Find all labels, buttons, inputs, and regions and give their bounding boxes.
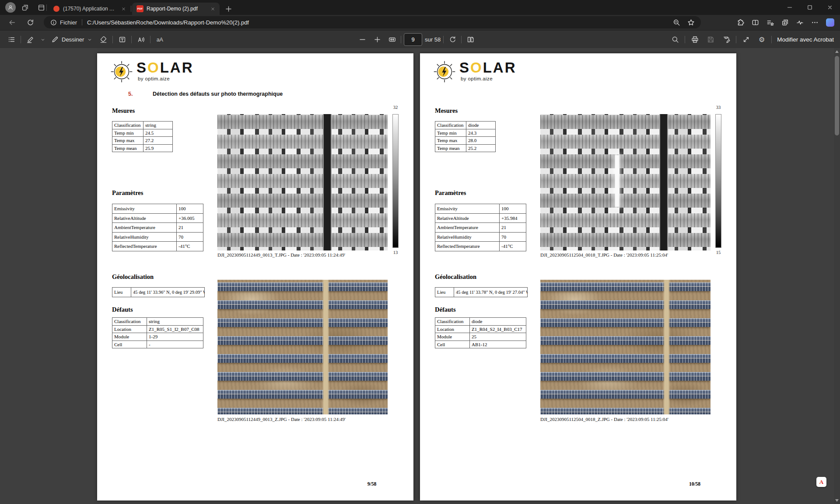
pdf-toolbar-right: ⚙ Modifier avec Acrobat	[669, 31, 834, 49]
solar-sun-icon	[110, 60, 133, 83]
table-row: RelativeHumidity70	[112, 232, 203, 242]
collections-icon[interactable]	[781, 19, 789, 26]
solar-brand-text: SOLAR	[136, 60, 194, 75]
table-row: Classificationstring	[112, 318, 203, 326]
translate-button[interactable]: aA	[154, 34, 166, 46]
table-label-cell: Classification	[435, 318, 470, 326]
titlebar-divider	[46, 4, 47, 11]
rgb-road	[663, 280, 670, 414]
table-value-cell: 24.3	[466, 129, 496, 137]
table-label-cell: Cell	[435, 341, 470, 348]
table-label-cell: Temp max	[435, 137, 466, 145]
table-label-cell: Temp min	[435, 129, 466, 137]
favorite-star-icon[interactable]	[687, 19, 695, 26]
tab-close-icon[interactable]	[119, 5, 127, 13]
thermal-panel-row	[217, 213, 388, 227]
table-row: LocationZ1_R04_S2_I4_B03_C17	[435, 325, 526, 333]
colorbar-max-label: 33	[714, 105, 723, 110]
table-value-cell: diode	[470, 318, 526, 326]
vertical-scrollbar[interactable]	[834, 48, 840, 504]
table-row: Temp mean25.2	[435, 144, 496, 152]
read-aloud-button[interactable]	[135, 34, 147, 46]
table-row: Temp max27.2	[112, 137, 173, 145]
mesures-heading: Mesures	[435, 107, 458, 115]
url-field[interactable]: Fichier C:/Users/SébastienRoche/Download…	[44, 16, 701, 28]
table-row: Classificationstring	[112, 122, 173, 129]
favorites-icon[interactable]	[766, 19, 774, 26]
toolbar-divider	[771, 36, 772, 43]
table-value-cell: string	[147, 318, 203, 326]
table-value-cell: 100	[500, 204, 526, 214]
highlighter-chevron-icon[interactable]	[39, 34, 46, 46]
table-row: RelativeHumidity70	[435, 232, 526, 242]
tab-rapport-demo-pdf[interactable]: PDF Rapport-Demo (2).pdf	[132, 3, 220, 15]
scroll-down-icon[interactable]	[835, 499, 839, 502]
table-value-cell: diode	[466, 122, 496, 129]
save-as-button[interactable]	[720, 34, 732, 46]
workspaces-button[interactable]	[19, 2, 31, 13]
search-button[interactable]	[669, 34, 681, 46]
extensions-icon[interactable]	[737, 19, 744, 26]
mesures-table: ClassificationstringTemp min24.5Temp max…	[112, 121, 173, 152]
file-info-icon[interactable]	[50, 19, 57, 26]
zoom-out-button[interactable]	[356, 34, 368, 46]
pdf-page-9: SOLAR by optim.aize 5. Détection des déf…	[97, 53, 413, 501]
highlighter-button[interactable]	[24, 34, 36, 46]
profile-avatar[interactable]	[5, 2, 16, 13]
window-maximize-button[interactable]	[800, 0, 820, 15]
window-minimize-button[interactable]	[780, 0, 800, 15]
pdf-toolbar-center: sur 58	[356, 31, 476, 49]
table-row: Classificationdiode	[435, 122, 496, 129]
table-label-cell: Temp mean	[112, 144, 144, 152]
tab-application-aize[interactable]: (17570) Application Aize	[49, 3, 130, 15]
scroll-up-icon[interactable]	[835, 50, 839, 53]
thermal-panel-row	[540, 115, 710, 129]
copilot-icon[interactable]	[826, 18, 834, 27]
solar-panel-row	[217, 354, 388, 363]
fullscreen-button[interactable]	[740, 34, 752, 46]
toolbar-divider	[461, 36, 462, 43]
geolocalisation-table: Lieu45 deg 11' 33.78" N, 0 deg 19' 27.04…	[435, 287, 528, 297]
tab-close-icon[interactable]	[209, 5, 217, 13]
table-value-cell: 100	[177, 204, 203, 214]
table-of-contents-button[interactable]	[5, 34, 18, 46]
zoom-out-icon[interactable]	[673, 19, 680, 26]
fit-to-width-button[interactable]	[386, 34, 398, 46]
back-button[interactable]	[6, 16, 18, 28]
thermal-panel-row	[217, 233, 388, 247]
parametres-heading: Paramètres	[112, 189, 143, 197]
solar-panel-row	[540, 282, 710, 291]
new-tab-button[interactable]	[223, 3, 234, 14]
draw-button[interactable]: Dessiner	[49, 33, 94, 46]
split-screen-icon[interactable]	[752, 19, 759, 26]
print-button[interactable]	[689, 34, 701, 46]
settings-more-icon[interactable]	[811, 19, 819, 26]
table-label-cell: Location	[112, 325, 147, 333]
pdf-document-area: SOLAR by optim.aize 5. Détection des déf…	[0, 48, 840, 504]
refresh-button[interactable]	[24, 16, 36, 28]
window-close-button[interactable]	[820, 0, 840, 15]
solar-panel-row	[540, 390, 710, 399]
defauts-heading: Défauts	[435, 306, 456, 313]
table-row: Classificationdiode	[435, 318, 526, 326]
zoom-in-button[interactable]	[371, 34, 383, 46]
settings-gear-icon[interactable]: ⚙	[756, 34, 768, 46]
browser-essentials-icon[interactable]	[796, 19, 804, 26]
rotate-button[interactable]	[446, 34, 458, 46]
add-text-button[interactable]	[116, 34, 128, 46]
tab-actions-button[interactable]	[35, 2, 47, 13]
solar-panel-row	[540, 354, 710, 363]
page-number-input[interactable]	[404, 33, 422, 46]
table-value-cell: 25.2	[466, 144, 496, 152]
scrollbar-thumb[interactable]	[835, 56, 839, 136]
thermal-orthophoto	[540, 114, 710, 250]
table-label-cell: Lieu	[435, 288, 454, 297]
solar-panel-row	[217, 390, 388, 399]
eraser-button[interactable]	[97, 34, 109, 46]
thermal-panel-row	[540, 154, 710, 168]
rgb-caption: DJI_20230905112449_0013_Z.JPG - Date : '…	[217, 417, 346, 422]
rgb-orthophoto	[217, 280, 388, 414]
page-view-button[interactable]	[464, 34, 476, 46]
acrobat-extension-button[interactable]: A	[816, 477, 826, 487]
edit-with-acrobat-button[interactable]: Modifier avec Acrobat	[777, 36, 834, 43]
